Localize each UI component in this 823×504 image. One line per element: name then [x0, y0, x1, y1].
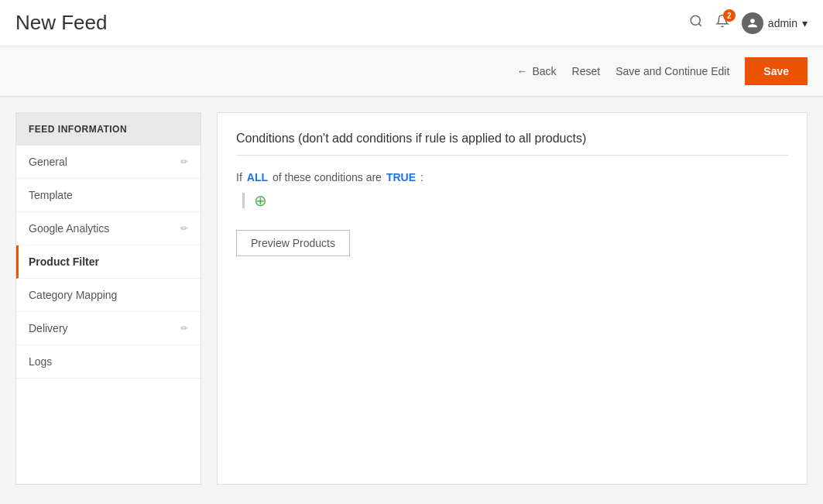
content-divider [236, 155, 788, 156]
sidebar-item-general-label: General [29, 156, 67, 168]
sidebar-item-category-mapping-label: Category Mapping [29, 289, 117, 301]
admin-avatar [742, 12, 763, 34]
sidebar: FEED INFORMATION General ✏ Template Goog… [15, 112, 201, 485]
sidebar-item-general[interactable]: General ✏ [16, 146, 201, 179]
sidebar-item-delivery[interactable]: Delivery ✏ [16, 312, 201, 345]
sidebar-item-logs[interactable]: Logs [16, 345, 201, 379]
sidebar-item-google-analytics[interactable]: Google Analytics ✏ [16, 212, 201, 245]
save-continue-label: Save and Continue Edit [616, 65, 729, 77]
toolbar: ← Back Reset Save and Continue Edit Save [0, 46, 823, 97]
back-label: Back [532, 65, 556, 77]
content-area: Conditions (don't add conditions if rule… [217, 112, 808, 485]
sidebar-item-template[interactable]: Template [16, 179, 201, 212]
conditions-suffix: : [420, 171, 424, 183]
preview-products-button[interactable]: Preview Products [236, 230, 350, 256]
conditions-row: If ALL of these conditions are TRUE : [236, 171, 788, 183]
save-button[interactable]: Save [745, 57, 808, 85]
edit-icon-delivery: ✏ [180, 323, 188, 334]
sidebar-header: FEED INFORMATION [16, 113, 201, 146]
sidebar-item-product-filter-label: Product Filter [29, 255, 99, 268]
sidebar-item-delivery-label: Delivery [29, 322, 68, 334]
admin-chevron-icon: ▾ [802, 17, 808, 29]
conditions-true-keyword[interactable]: TRUE [386, 171, 416, 183]
page-title: New Feed [15, 11, 108, 35]
header-actions: 2 admin ▾ [689, 12, 808, 34]
search-icon[interactable] [689, 14, 703, 32]
sidebar-item-category-mapping[interactable]: Category Mapping [16, 279, 201, 312]
svg-line-1 [698, 23, 701, 26]
save-label: Save [763, 65, 789, 77]
add-condition-button[interactable]: ⊕ [254, 193, 267, 208]
back-arrow-icon: ← [516, 65, 527, 77]
sidebar-item-logs-label: Logs [29, 355, 52, 368]
notification-badge: 2 [723, 9, 736, 22]
top-header: New Feed 2 admin ▾ [0, 0, 823, 46]
back-button[interactable]: ← Back [516, 65, 556, 77]
main-layout: FEED INFORMATION General ✏ Template Goog… [0, 97, 823, 500]
reset-button[interactable]: Reset [572, 65, 601, 77]
admin-menu-button[interactable]: admin ▾ [742, 12, 808, 34]
preview-products-label: Preview Products [251, 237, 335, 249]
sidebar-item-product-filter[interactable]: Product Filter [16, 245, 201, 279]
sidebar-item-template-label: Template [29, 189, 73, 201]
edit-icon-general: ✏ [180, 156, 188, 167]
svg-point-0 [691, 15, 700, 25]
sidebar-item-google-analytics-label: Google Analytics [29, 222, 109, 235]
save-continue-button[interactable]: Save and Continue Edit [616, 65, 729, 77]
conditions-all-keyword[interactable]: ALL [247, 171, 268, 183]
conditions-indent: ⊕ [242, 193, 788, 208]
conditions-prefix: If [236, 171, 242, 183]
content-title: Conditions (don't add conditions if rule… [236, 132, 788, 146]
edit-icon-google-analytics: ✏ [180, 223, 188, 234]
admin-label: admin [768, 17, 797, 29]
reset-label: Reset [572, 65, 601, 77]
notification-button[interactable]: 2 [715, 14, 729, 32]
conditions-middle: of these conditions are [273, 171, 382, 183]
add-icon: ⊕ [254, 192, 267, 209]
